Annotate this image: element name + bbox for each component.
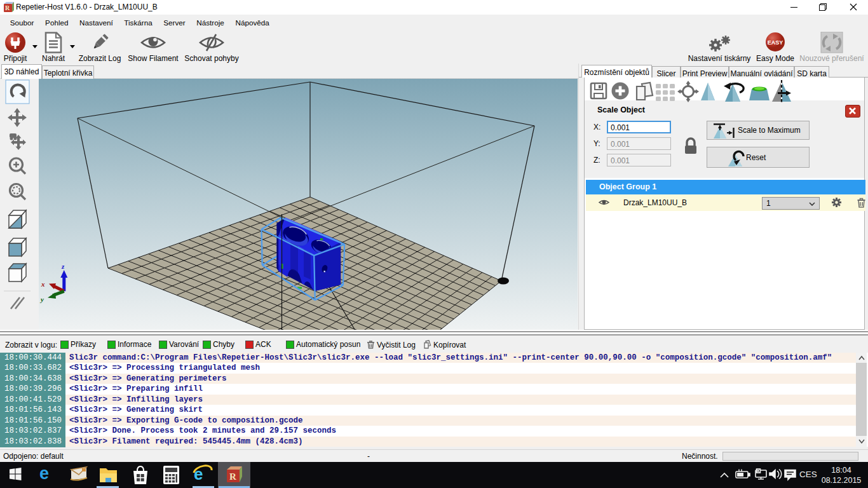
svg-text:R: R: [5, 4, 10, 11]
svg-text:18:04: 18:04: [831, 466, 851, 475]
svg-text:e: e: [39, 464, 49, 483]
svg-text:x: x: [41, 280, 45, 288]
svg-text:EASY: EASY: [768, 39, 783, 46]
svg-text:R: R: [229, 471, 236, 482]
svg-text:z: z: [61, 262, 65, 270]
svg-text:08.12.2015: 08.12.2015: [822, 476, 862, 485]
svg-text:CES: CES: [799, 470, 817, 479]
svg-text:y: y: [39, 295, 44, 303]
